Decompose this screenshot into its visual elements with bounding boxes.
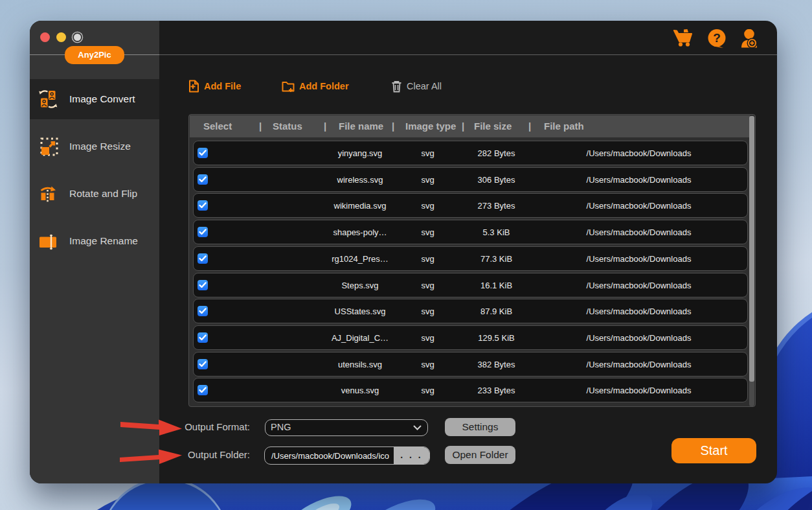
- svg-text:?: ?: [713, 31, 721, 45]
